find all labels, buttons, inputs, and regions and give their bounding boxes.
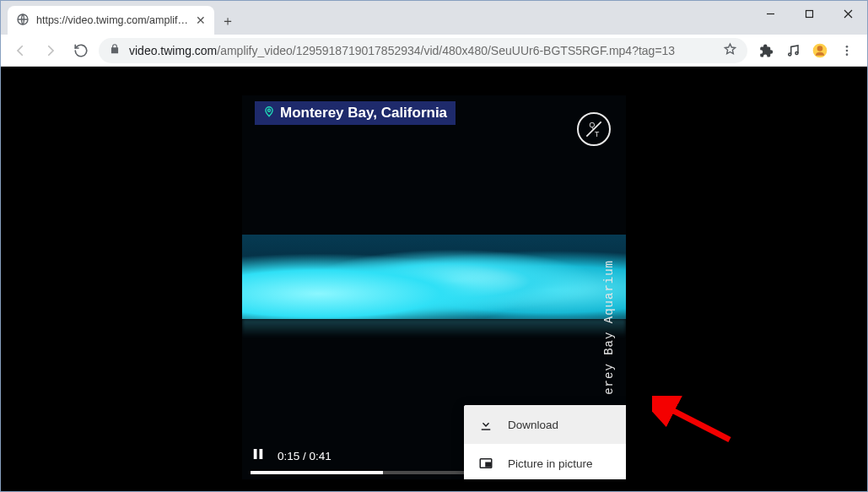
url-path: /amplify_video/1295918719017852934/vid/4…: [217, 44, 675, 57]
video-frame-illustration: [242, 235, 626, 319]
url-text: video.twimg.com/amplify_video/1295918719…: [129, 44, 714, 57]
svg-rect-15: [254, 449, 257, 459]
download-icon: [477, 417, 494, 432]
globe-icon: [16, 13, 30, 29]
nav-forward-button[interactable]: [38, 38, 63, 63]
browser-menu-icon[interactable]: [838, 42, 855, 59]
tab-title: https://video.twimg.com/amplify_video/12…: [36, 14, 189, 26]
url-host: video.twimg.com: [129, 44, 217, 57]
address-bar[interactable]: video.twimg.com/amplify_video/1295918719…: [99, 38, 747, 63]
time-current: 0:15: [278, 450, 299, 462]
pause-button[interactable]: [251, 446, 266, 465]
svg-point-6: [795, 51, 798, 54]
annotation-arrow-icon: [652, 396, 736, 446]
video-player[interactable]: Monterey Bay, California Q T erey Bay Aq…: [242, 95, 626, 479]
nav-back-button[interactable]: [8, 38, 33, 63]
svg-rect-2: [806, 10, 812, 17]
new-tab-button[interactable]: ＋: [214, 8, 241, 35]
media-control-icon[interactable]: [784, 42, 801, 59]
extensions-icon[interactable]: [757, 42, 774, 59]
context-menu-download[interactable]: Download: [464, 405, 626, 444]
video-context-menu: Download Picture in picture: [464, 405, 626, 479]
nav-reload-button[interactable]: [68, 38, 94, 63]
svg-point-8: [846, 46, 849, 48]
time-display: 0:15 / 0:41: [278, 450, 332, 462]
bookmark-star-icon[interactable]: [723, 42, 737, 59]
svg-point-10: [846, 53, 849, 56]
location-text: Monterey Bay, California: [280, 105, 447, 122]
window-close-button[interactable]: [828, 1, 867, 26]
context-menu-download-label: Download: [508, 419, 558, 431]
browser-tab[interactable]: https://video.twimg.com/amplify_video/12…: [8, 6, 214, 35]
page-content: Monterey Bay, California Q T erey Bay Aq…: [1, 67, 867, 491]
attribution-text: erey Bay Aquarium: [602, 260, 616, 395]
time-total: 0:41: [310, 450, 332, 462]
browser-toolbar: video.twimg.com/amplify_video/1295918719…: [1, 35, 867, 67]
lock-icon: [109, 43, 121, 57]
svg-rect-18: [486, 462, 490, 467]
svg-text:T: T: [595, 130, 600, 138]
picture-in-picture-icon: [477, 456, 494, 471]
svg-rect-16: [260, 449, 263, 459]
profile-icon[interactable]: [811, 42, 828, 59]
context-menu-pip-label: Picture in picture: [508, 457, 593, 470]
tab-close-icon[interactable]: ✕: [196, 14, 206, 27]
window-maximize-button[interactable]: [790, 1, 828, 26]
location-badge: Monterey Bay, California: [255, 101, 456, 125]
svg-text:Q: Q: [590, 121, 596, 129]
extension-icons: [752, 42, 860, 59]
map-pin-icon: [263, 105, 275, 122]
svg-point-11: [267, 109, 270, 111]
window-minimize-button[interactable]: [751, 1, 790, 26]
window-titlebar: https://video.twimg.com/amplify_video/12…: [1, 1, 867, 35]
progress-fill: [251, 471, 383, 474]
window-controls: [751, 1, 867, 26]
svg-point-9: [846, 49, 849, 51]
brand-logo-icon: Q T: [577, 112, 611, 146]
svg-line-19: [664, 406, 730, 440]
svg-point-5: [789, 53, 791, 56]
context-menu-pip[interactable]: Picture in picture: [464, 444, 626, 479]
